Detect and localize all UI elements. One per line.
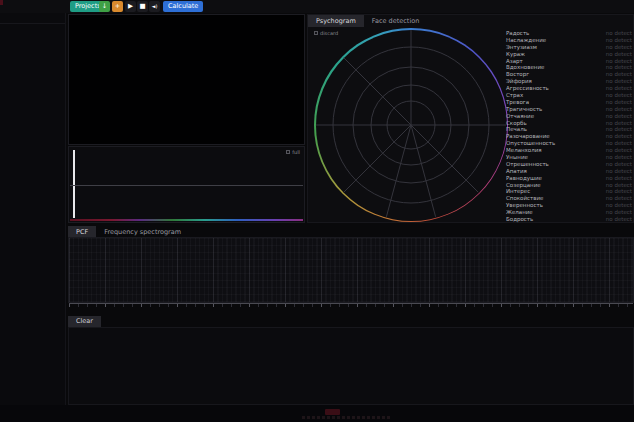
emotion-name: Кураж <box>506 51 525 58</box>
emotion-name: Печаль <box>506 126 527 133</box>
emotion-name: Наслаждение <box>506 37 546 44</box>
emotion-row: Меланхолия no detect <box>506 147 632 154</box>
emotion-value: no detect <box>606 85 632 92</box>
emotion-row: Страх no detect <box>506 92 632 99</box>
sidebar-divider <box>0 23 65 24</box>
emotion-name: Бодрость <box>506 216 533 223</box>
clear-output-panel <box>68 327 634 405</box>
status-bar <box>0 405 634 422</box>
emotion-value: no detect <box>606 182 632 189</box>
emotion-value: no detect <box>606 154 632 161</box>
full-checkbox[interactable]: full <box>286 149 300 155</box>
emotion-row: Интерес no detect <box>506 188 632 195</box>
emotion-name: Агрессивность <box>506 85 549 92</box>
calculate-button[interactable]: Calculate <box>163 1 203 12</box>
emotion-row: Скорбь no detect <box>506 120 632 127</box>
add-icon[interactable]: + <box>112 1 123 12</box>
left-sidebar <box>0 13 66 405</box>
emotion-value: no detect <box>606 120 632 127</box>
emotion-value: no detect <box>606 209 632 216</box>
emotion-row: Эйфория no detect <box>506 78 632 85</box>
emotion-name: Азарт <box>506 58 523 65</box>
emotion-value: no detect <box>606 195 632 202</box>
emotion-name: Отчаяние <box>506 113 534 120</box>
emotion-row: Отрешенность no detect <box>506 161 632 168</box>
psychogram-tabrow: Psychogram Face detection <box>308 15 427 27</box>
emotion-value: no detect <box>606 30 632 37</box>
emotion-list: Радость no detect Наслаждение no detect … <box>506 30 632 223</box>
emotion-name: Спокойствие <box>506 195 544 202</box>
emotion-row: Кураж no detect <box>506 51 632 58</box>
emotion-name: Трагичность <box>506 106 542 113</box>
stop-icon[interactable]: ■ <box>137 1 148 12</box>
emotion-name: Созерцание <box>506 182 541 189</box>
emotion-name: Эйфория <box>506 78 532 85</box>
emotion-value: no detect <box>606 161 632 168</box>
emotion-value: no detect <box>606 175 632 182</box>
emotion-row: Бодрость no detect <box>506 216 632 223</box>
emotion-value: no detect <box>606 58 632 65</box>
checkbox-icon[interactable] <box>286 150 290 154</box>
emotion-value: no detect <box>606 37 632 44</box>
emotion-row: Печаль no detect <box>506 126 632 133</box>
toolbar: Projects ↓ + ▶ ■ ◄) Calculate <box>0 0 634 13</box>
emotion-row: Вдохновение no detect <box>506 64 632 71</box>
emotion-row: Разочарование no detect <box>506 133 632 140</box>
spectrogram-section: PCF Frequency spectrogram 0 / 0 1 / 12 2… <box>68 226 634 313</box>
emotion-row: Наслаждение no detect <box>506 37 632 44</box>
psychogram-polar-chart <box>314 28 508 222</box>
spectrogram-grid <box>68 237 634 303</box>
emotion-name: Уныние <box>506 154 528 161</box>
full-checkbox-label: full <box>292 149 300 155</box>
emotion-row: Уныние no detect <box>506 154 632 161</box>
emotion-row: Энтузиазм no detect <box>506 44 632 51</box>
emotion-row: Апатия no detect <box>506 168 632 175</box>
emotion-name: Уверенность <box>506 202 543 209</box>
emotion-value: no detect <box>606 92 632 99</box>
emotion-value: no detect <box>606 99 632 106</box>
clear-button[interactable]: Clear <box>68 316 101 327</box>
emotion-name: Вдохновение <box>506 64 544 71</box>
polar-grid <box>314 28 508 222</box>
emotion-name: Страх <box>506 92 523 99</box>
emotion-value: no detect <box>606 44 632 51</box>
playhead-cursor[interactable] <box>73 150 75 218</box>
emotion-name: Скорбь <box>506 120 527 127</box>
status-indicator <box>325 409 340 415</box>
emotion-row: Созерцание no detect <box>506 182 632 189</box>
tab-face-detection[interactable]: Face detection <box>364 15 427 27</box>
emotion-row: Равнодушие no detect <box>506 175 632 182</box>
clear-section: Clear <box>68 316 634 405</box>
emotion-value: no detect <box>606 216 632 223</box>
emotion-row: Тревога no detect <box>506 99 632 106</box>
emotion-name: Разочарование <box>506 133 550 140</box>
app-window: Projects ↓ + ▶ ■ ◄) Calculate full Psych… <box>0 0 634 422</box>
emotion-row: Отчаяние no detect <box>506 113 632 120</box>
volume-icon[interactable]: ◄) <box>149 1 160 12</box>
emotion-row: Опустошенность no detect <box>506 140 632 147</box>
waveform-panel[interactable]: full <box>68 146 305 223</box>
emotion-name: Апатия <box>506 168 527 175</box>
emotion-name: Интерес <box>506 188 530 195</box>
video-preview <box>68 14 305 145</box>
import-icon[interactable]: ↓ <box>99 1 110 12</box>
emotion-name: Отрешенность <box>506 161 549 168</box>
emotion-value: no detect <box>606 51 632 58</box>
window-corner-artifact <box>0 0 3 5</box>
emotion-name: Восторг <box>506 71 529 78</box>
emotion-color-strip <box>70 219 303 221</box>
emotion-name: Энтузиазм <box>506 44 537 51</box>
emotion-value: no detect <box>606 168 632 175</box>
tab-psychogram[interactable]: Psychogram <box>308 15 364 27</box>
emotion-value: no detect <box>606 64 632 71</box>
emotion-name: Тревога <box>506 99 529 106</box>
status-text-artifact <box>302 416 390 419</box>
emotion-value: no detect <box>606 71 632 78</box>
emotion-row: Спокойствие no detect <box>506 195 632 202</box>
emotion-value: no detect <box>606 133 632 140</box>
psychogram-panel: Psychogram Face detection discard <box>307 14 634 223</box>
play-icon[interactable]: ▶ <box>125 1 136 12</box>
emotion-value: no detect <box>606 126 632 133</box>
emotion-name: Радость <box>506 30 529 37</box>
emotion-row: Азарт no detect <box>506 58 632 65</box>
